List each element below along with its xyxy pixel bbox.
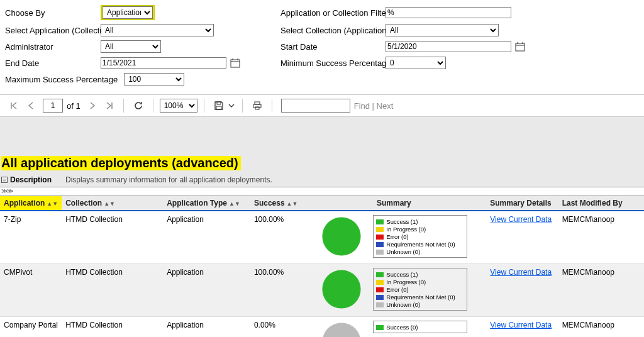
cell-summary: Success (1) In Progress (0) Error (0) Re… <box>301 264 486 317</box>
svg-point-17 <box>323 323 361 337</box>
app-filter-input[interactable] <box>386 7 511 18</box>
description-text: Displays summary information for all app… <box>65 175 272 184</box>
view-current-data-link[interactable]: View Current Data <box>490 268 552 277</box>
col-app-type[interactable]: Application Type▲▼ <box>163 196 250 211</box>
legend: Success (1) In Progress (0) Error (0) Re… <box>373 268 467 311</box>
choose-by-label: Choose By <box>5 8 101 18</box>
svg-rect-0 <box>516 43 525 51</box>
report-title: All application deployments (advanced) <box>0 152 644 173</box>
table-header-row: Application▲▼ Collection▲▼ Application T… <box>0 196 644 211</box>
choose-by-highlight: Application <box>101 5 155 20</box>
cell-summary: Success (0) <box>301 317 486 338</box>
col-collection[interactable]: Collection▲▼ <box>62 196 163 211</box>
cell-type: Application <box>163 317 250 338</box>
cell-success: 100.00% <box>250 264 302 317</box>
cell-collection: HTMD Collection <box>62 264 163 317</box>
sort-icon: ▲▼ <box>287 201 298 207</box>
svg-rect-12 <box>255 102 260 104</box>
max-succ-label: Maximum Success Percentage <box>5 75 121 84</box>
start-date-label: Start Date <box>280 42 386 52</box>
cell-modified-by: MEMCM\anoop <box>558 211 644 264</box>
view-current-data-link[interactable]: View Current Data <box>490 321 552 329</box>
app-filter-label: Application or Collection Filter <box>280 8 386 18</box>
cell-type: Application <box>163 211 250 264</box>
page-input[interactable] <box>43 99 63 113</box>
cell-collection: HTMD Collection <box>62 211 163 264</box>
save-dropdown-icon[interactable] <box>227 97 236 114</box>
cell-modified-by: MEMCM\anoop <box>558 264 644 317</box>
admin-label: Administrator <box>5 42 101 52</box>
find-input[interactable] <box>281 99 350 113</box>
max-succ-select[interactable]: 100 <box>124 73 184 86</box>
view-current-data-link[interactable]: View Current Data <box>490 215 552 224</box>
expand-indicator: ≫≫ <box>0 187 644 196</box>
end-date-label: End Date <box>5 58 101 68</box>
table-row: Company Portal HTMD Collection Applicati… <box>0 317 644 338</box>
select-coll-app-label: Select Collection (Application) <box>280 26 386 35</box>
print-icon[interactable] <box>249 97 265 114</box>
svg-point-15 <box>323 217 361 255</box>
page-of-label: of 1 <box>67 101 80 111</box>
collapse-icon[interactable]: − <box>1 177 8 183</box>
col-modified-by: Last Modified By <box>558 196 644 211</box>
end-date-input[interactable] <box>101 57 226 69</box>
refresh-icon[interactable] <box>130 97 147 114</box>
col-summary-details: Summary Details <box>486 196 558 211</box>
last-page-icon[interactable] <box>101 97 117 114</box>
svg-point-16 <box>323 270 361 308</box>
cell-summary: Success (1) In Progress (0) Error (0) Re… <box>301 211 486 264</box>
cell-type: Application <box>163 264 250 317</box>
table-row: 7-Zip HTMD Collection Application 100.00… <box>0 211 644 264</box>
calendar-icon[interactable] <box>230 58 240 68</box>
admin-select[interactable]: All <box>101 40 161 53</box>
cell-application: CMPivot <box>0 264 62 317</box>
cell-success: 0.00% <box>250 317 302 338</box>
select-app-coll-select[interactable]: All <box>101 24 214 36</box>
find-next-label[interactable]: Find | Next <box>354 101 394 111</box>
cell-success: 100.00% <box>250 211 302 264</box>
zoom-select[interactable]: 100% <box>160 99 197 113</box>
sort-icon: ▲▼ <box>104 201 115 207</box>
description-label: Description <box>10 175 52 184</box>
pie-chart-icon <box>320 268 363 311</box>
start-date-input[interactable] <box>386 41 511 52</box>
legend: Success (0) <box>373 321 467 333</box>
sort-icon: ▲▼ <box>47 201 58 207</box>
cell-application: Company Portal <box>0 317 62 338</box>
legend: Success (1) In Progress (0) Error (0) Re… <box>373 215 467 258</box>
col-success[interactable]: Success▲▼ <box>250 196 302 211</box>
pie-chart-icon <box>320 321 363 337</box>
next-page-icon[interactable] <box>84 97 101 114</box>
min-succ-label: Minimum Success Percentage <box>280 58 386 68</box>
col-application[interactable]: Application▲▼ <box>0 196 62 211</box>
first-page-icon[interactable] <box>6 97 23 114</box>
select-app-coll-label: Select Application (Collection) <box>5 26 101 35</box>
svg-rect-4 <box>231 60 240 67</box>
table-row: CMPivot HTMD Collection Application 100.… <box>0 264 644 317</box>
cell-modified-by: MEMCM\anoop <box>558 317 644 338</box>
col-summary: Summary <box>301 196 486 211</box>
min-succ-select[interactable]: 0 <box>386 57 446 69</box>
save-icon[interactable] <box>211 97 227 114</box>
prev-page-icon[interactable] <box>23 97 39 114</box>
select-coll-app-select[interactable]: All <box>386 24 499 36</box>
cell-application: 7-Zip <box>0 211 62 264</box>
cell-collection: HTMD Collection <box>62 317 163 338</box>
calendar-icon[interactable] <box>515 41 525 52</box>
svg-rect-11 <box>216 106 221 109</box>
pie-chart-icon <box>320 215 363 258</box>
choose-by-select[interactable]: Application <box>103 6 153 19</box>
sort-icon: ▲▼ <box>229 201 240 207</box>
